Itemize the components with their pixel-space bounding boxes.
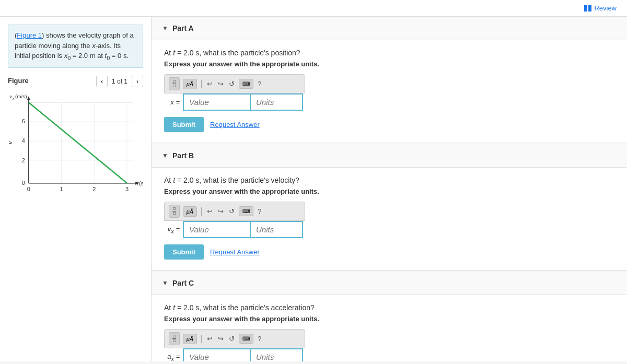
part-b-toolbar: □ □ μÅ ↩ ↪ ↺ ⌨ ? xyxy=(164,202,305,221)
prev-figure-btn[interactable]: ‹ xyxy=(96,76,108,87)
part-c-fraction-btn[interactable]: □ □ xyxy=(169,332,180,345)
mu-a-text-b: μÅ xyxy=(187,208,193,215)
toolbar-sep-3 xyxy=(201,335,202,343)
part-b-submit-btn[interactable]: Submit xyxy=(164,244,204,260)
part-b-label: Part B xyxy=(172,151,194,160)
part-b-answer-label: vx = xyxy=(164,225,180,234)
part-a-content: At t = 2.0 s, what is the particle's pos… xyxy=(152,40,627,143)
part-a-answer-label: x = xyxy=(164,98,180,106)
part-b-request-btn[interactable]: Request Answer xyxy=(210,248,260,256)
mu-a-text: μÅ xyxy=(187,81,193,87)
review-label: Review xyxy=(594,4,617,12)
svg-text:2: 2 xyxy=(22,157,25,163)
svg-text:3: 3 xyxy=(125,185,129,192)
part-a-help-icon[interactable]: ? xyxy=(257,79,262,89)
part-a-header[interactable]: ▼ Part A xyxy=(152,17,627,40)
part-a-submit-btn[interactable]: Submit xyxy=(164,117,204,132)
part-a-mu-btn[interactable]: μÅ xyxy=(183,79,197,89)
next-figure-btn[interactable]: › xyxy=(132,76,143,87)
part-a-units-input[interactable] xyxy=(251,93,303,111)
svg-text:1: 1 xyxy=(60,185,63,192)
part-c-keyboard-btn[interactable]: ⌨ xyxy=(239,334,253,344)
part-a-request-btn[interactable]: Request Answer xyxy=(210,121,260,128)
part-a-arrow: ▼ xyxy=(162,25,168,32)
toolbar-sep-2 xyxy=(201,207,202,216)
part-b-content: At t = 2.0 s, what is the particle's vel… xyxy=(152,168,627,270)
part-a-keyboard-btn[interactable]: ⌨ xyxy=(239,79,253,89)
toolbar-sep-1 xyxy=(201,80,202,88)
mu-a-text-c: μÅ xyxy=(187,336,193,342)
svg-text:0: 0 xyxy=(22,180,25,186)
part-c-question: At t = 2.0 s, what is the particle's acc… xyxy=(164,303,614,312)
part-b-question: At t = 2.0 s, what is the particle's vel… xyxy=(164,176,614,184)
part-a-redo-icon[interactable]: ↪ xyxy=(217,79,225,89)
part-b-instruction: Express your answer with the appropriate… xyxy=(164,187,614,195)
part-a-instruction: Express your answer with the appropriate… xyxy=(164,60,614,68)
review-icon xyxy=(584,5,591,11)
part-c-units-input[interactable] xyxy=(251,348,303,361)
part-c-header[interactable]: ▼ Part C xyxy=(152,272,627,295)
review-link[interactable]: Review xyxy=(584,4,617,12)
nav-total: 1 xyxy=(124,78,127,85)
part-c-redo-icon[interactable]: ↪ xyxy=(217,334,225,344)
svg-text:0: 0 xyxy=(27,185,30,192)
part-a-undo-icon[interactable]: ↩ xyxy=(206,79,214,89)
svg-text:(m/s): (m/s) xyxy=(15,93,27,99)
svg-text:v: v xyxy=(8,141,13,144)
part-a-value-input[interactable] xyxy=(183,93,251,111)
part-a-section: ▼ Part A At t = 2.0 s, what is the parti… xyxy=(152,17,627,143)
part-b-undo-icon[interactable]: ↩ xyxy=(206,206,214,216)
part-c-answer-label: ax = xyxy=(164,353,180,361)
part-b-action-row: Submit Request Answer xyxy=(164,244,614,260)
part-a-label: Part A xyxy=(172,24,194,32)
svg-text:(s): (s) xyxy=(139,180,143,186)
nav-current: 1 xyxy=(112,78,115,85)
part-b-redo-icon[interactable]: ↪ xyxy=(217,206,225,216)
graph-area: 0 1 2 3 0 2 4 6 t (s) v v x (m/s) xyxy=(8,92,143,354)
part-c-mu-btn[interactable]: μÅ xyxy=(183,334,197,344)
part-b-reset-icon[interactable]: ↺ xyxy=(228,206,236,216)
part-c-undo-icon[interactable]: ↩ xyxy=(206,334,214,344)
part-c-reset-icon[interactable]: ↺ xyxy=(228,334,236,344)
part-c-value-input[interactable] xyxy=(183,348,251,361)
part-c-instruction: Express your answer with the appropriate… xyxy=(164,315,614,323)
part-c-answer-row: ax = xyxy=(164,348,305,361)
fraction-icon-b: □ □ xyxy=(172,207,176,216)
right-panel: ▼ Part A At t = 2.0 s, what is the parti… xyxy=(152,17,627,361)
part-b-value-input[interactable] xyxy=(183,221,251,238)
svg-line-13 xyxy=(29,102,127,183)
part-a-reset-icon[interactable]: ↺ xyxy=(228,79,236,89)
part-c-label: Part C xyxy=(172,279,194,287)
part-c-arrow: ▼ xyxy=(162,279,168,287)
part-c-help-icon[interactable]: ? xyxy=(257,334,262,344)
part-a-question: At t = 2.0 s, what is the particle's pos… xyxy=(164,49,614,57)
left-panel: (Figure 1) shows the velocity graph of a… xyxy=(0,17,152,361)
part-a-answer-row: x = xyxy=(164,93,305,111)
part-b-header[interactable]: ▼ Part B xyxy=(152,144,627,168)
part-b-help-icon[interactable]: ? xyxy=(257,206,262,216)
svg-text:2: 2 xyxy=(92,185,96,192)
part-b-section: ▼ Part B At t = 2.0 s, what is the parti… xyxy=(152,144,627,271)
fraction-icon: □ □ xyxy=(172,79,176,88)
part-b-arrow: ▼ xyxy=(162,152,168,159)
svg-text:4: 4 xyxy=(22,137,25,144)
figure-label: Figure xyxy=(8,77,29,85)
part-b-keyboard-btn[interactable]: ⌨ xyxy=(239,206,253,216)
figure-nav: ‹ 1 of 1 › xyxy=(96,76,143,87)
main-container: (Figure 1) shows the velocity graph of a… xyxy=(0,17,627,361)
part-b-mu-btn[interactable]: μÅ xyxy=(183,206,197,217)
svg-marker-12 xyxy=(27,96,30,100)
part-a-toolbar: □ □ μÅ ↩ ↪ ↺ ⌨ ? xyxy=(164,74,305,93)
part-c-section: ▼ Part C At t = 2.0 s, what is the parti… xyxy=(152,272,627,361)
part-c-content: At t = 2.0 s, what is the particle's acc… xyxy=(152,295,627,361)
figure-link[interactable]: Figure 1 xyxy=(17,31,42,39)
part-a-action-row: Submit Request Answer xyxy=(164,117,614,132)
part-c-toolbar: □ □ μÅ ↩ ↪ ↺ ⌨ ? xyxy=(164,329,305,348)
part-b-fraction-btn[interactable]: □ □ xyxy=(169,205,180,218)
problem-description: (Figure 1) shows the velocity graph of a… xyxy=(8,25,143,68)
velocity-graph: 0 1 2 3 0 2 4 6 t (s) v v x (m/s) xyxy=(8,92,143,196)
part-a-fraction-btn[interactable]: □ □ xyxy=(169,77,180,90)
part-b-units-input[interactable] xyxy=(251,221,303,238)
part-b-answer-row: vx = xyxy=(164,221,305,238)
figure-nav-text: 1 of 1 xyxy=(112,78,127,85)
